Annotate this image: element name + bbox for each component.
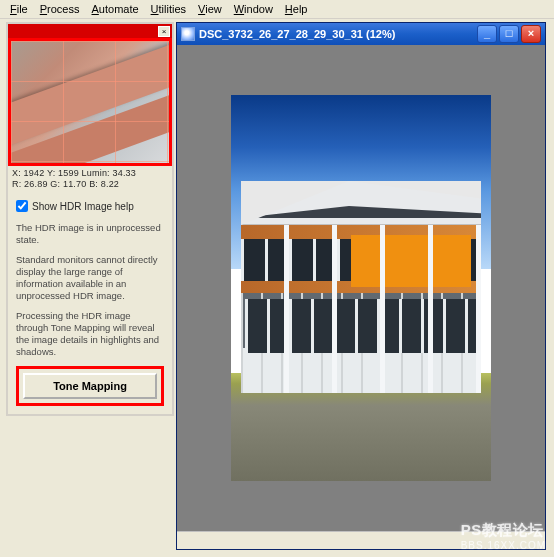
show-help-label: Show HDR Image help [32, 201, 134, 212]
panel-close-icon[interactable]: × [158, 26, 170, 37]
image-window-statusbar [177, 531, 545, 549]
menu-view[interactable]: View [194, 2, 226, 16]
show-help-checkbox-row[interactable]: Show HDR Image help [16, 200, 164, 212]
maximize-button[interactable]: □ [499, 25, 519, 43]
preview-highlight [8, 38, 172, 166]
hdr-photo [231, 95, 491, 481]
panel-titlebar: × [8, 24, 172, 38]
help-text-1: The HDR image is in unprocessed state. [16, 222, 164, 246]
show-help-checkbox[interactable] [16, 200, 28, 212]
tone-mapping-highlight: Tone Mapping [16, 366, 164, 406]
menubar: FFileile Process Automate Utilities View… [0, 0, 554, 19]
readout-line2: R: 26.89 G: 11.70 B: 8.22 [12, 179, 168, 190]
canvas-area[interactable] [177, 45, 545, 531]
tone-mapping-button[interactable]: Tone Mapping [23, 373, 157, 399]
minimize-button[interactable]: _ [477, 25, 497, 43]
hdr-panel: × X: 1942 Y: 1599 Lumin: 34.33 R: 26.89 … [6, 22, 174, 416]
hdr-preview[interactable] [11, 41, 169, 163]
menu-process[interactable]: Process [36, 2, 84, 16]
menu-window[interactable]: Window [230, 2, 277, 16]
image-window-title: DSC_3732_26_27_28_29_30_31 (12%) [199, 28, 395, 40]
menu-help[interactable]: Help [281, 2, 312, 16]
image-window-titlebar[interactable]: DSC_3732_26_27_28_29_30_31 (12%) _ □ × [177, 23, 545, 45]
document-icon [181, 27, 195, 41]
menu-utilities[interactable]: Utilities [147, 2, 190, 16]
readout-line1: X: 1942 Y: 1599 Lumin: 34.33 [12, 168, 168, 179]
help-text-2: Standard monitors cannot directly displa… [16, 254, 164, 302]
image-window: DSC_3732_26_27_28_29_30_31 (12%) _ □ × [176, 22, 546, 550]
pixel-readout: X: 1942 Y: 1599 Lumin: 34.33 R: 26.89 G:… [8, 166, 172, 192]
help-text-3: Processing the HDR image through Tone Ma… [16, 310, 164, 358]
menu-file[interactable]: FFileile [6, 2, 32, 16]
close-button[interactable]: × [521, 25, 541, 43]
menu-automate[interactable]: Automate [88, 2, 143, 16]
